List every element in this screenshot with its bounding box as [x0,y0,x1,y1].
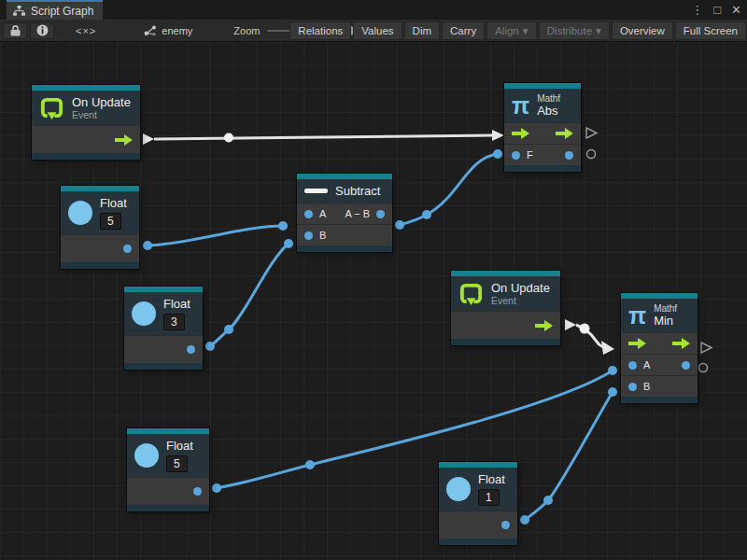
flow-output-port[interactable] [535,320,553,331]
distribute-button[interactable]: Distribute ▾ [539,21,610,40]
chevron-down-icon: ▾ [523,24,529,37]
inspect-button[interactable] [30,22,54,39]
node-float-5a[interactable]: Float 5 [61,186,139,269]
value-output-port[interactable] [682,361,690,370]
node-category: Mathf [537,93,560,104]
values-button[interactable]: Values [353,21,402,40]
node-mathf-abs[interactable]: π Mathf Abs F [504,83,581,172]
value-output-port[interactable] [501,521,510,529]
node-float-1[interactable]: Float 1 [439,462,517,545]
port-label: A − B [345,208,370,219]
node-footer [504,165,581,172]
value-input-port-a[interactable] [304,210,313,218]
node-footer [451,339,560,345]
flow-output-port[interactable] [672,338,690,349]
node-footer [621,397,698,403]
value-input-port-b[interactable] [304,231,313,240]
flow-input-port[interactable] [628,338,646,349]
float-circle-icon [132,301,156,326]
pi-icon: π [628,304,646,328]
window-titlebar: Script Graph ⋮ □ ✕ [0,0,747,20]
node-footer [124,363,203,370]
node-header: π Mathf Abs [504,89,581,122]
flow-edge-onupdate1-abs [143,130,504,145]
value-output-port[interactable] [193,487,202,496]
float-circle-icon [446,477,471,501]
info-icon [36,24,49,36]
carry-button[interactable]: Carry [442,21,485,40]
node-subtitle: Event [491,295,550,306]
node-subtitle: Event [72,109,131,120]
lock-icon [10,25,21,36]
node-footer [32,153,140,160]
lock-button[interactable] [3,22,27,39]
node-subtract[interactable]: Subtract A A − B B [297,174,392,252]
maximize-icon[interactable]: □ [713,3,721,17]
node-header: On Update Event [451,276,560,311]
port-label: A [319,208,326,219]
close-icon[interactable]: ✕ [731,3,741,17]
node-title: On Update [491,281,550,295]
node-title: Subtract [335,184,380,198]
node-on-update-1[interactable]: On Update Event [32,85,140,160]
node-float-3[interactable]: Float 3 [124,287,203,370]
port-label: B [643,381,650,392]
value-output-port[interactable] [565,151,573,160]
float-value-field[interactable]: 5 [166,455,188,472]
value-output-port[interactable] [187,345,195,354]
code-view-button[interactable]: <×> [67,24,105,37]
flow-output-port[interactable] [556,128,573,139]
flow-output-port[interactable] [115,134,133,146]
chevron-down-icon: ▾ [596,24,601,37]
port-label: F [527,149,533,161]
node-mathf-min[interactable]: π Mathf Min A B [621,293,698,403]
event-loop-icon [458,281,484,306]
flow-input-port[interactable] [512,128,529,139]
graph-canvas[interactable]: On Update Event π Mathf Abs [0,42,747,560]
graph-asset-icon [144,25,157,36]
event-loop-icon [39,95,64,120]
relations-button[interactable]: Relations [289,21,351,40]
value-output-port[interactable] [376,210,385,218]
node-footer [439,539,517,545]
node-title: Float [166,439,193,453]
toolbar-buttons: Relations Values Dim Carry Align ▾ Distr… [288,21,746,40]
node-header: Float 5 [127,434,209,477]
port-label: B [319,230,326,241]
node-header: π Mathf Min [621,299,698,332]
node-on-update-2[interactable]: On Update Event [451,271,560,345]
node-float-5b[interactable]: Float 5 [127,428,209,511]
tab-script-graph[interactable]: Script Graph [7,0,103,20]
node-footer [297,245,392,252]
subtract-minus-icon [304,189,328,193]
float-circle-icon [68,201,92,225]
graph-reference[interactable]: enemy [144,25,192,36]
node-title: Float [100,196,127,210]
panel-menu-icon[interactable]: ⋮ [691,3,703,17]
float-value-field[interactable]: 1 [478,489,500,506]
node-title: Min [654,314,677,328]
float-value-field[interactable]: 3 [163,314,185,330]
node-header: Float 5 [61,191,139,234]
graph-name-label: enemy [162,25,192,36]
float-circle-icon [134,443,159,468]
tab-title: Script Graph [31,5,93,18]
node-header: Float 1 [439,468,517,511]
align-button[interactable]: Align ▾ [486,21,536,40]
dim-button[interactable]: Dim [404,21,440,40]
value-input-port-a[interactable] [628,361,637,370]
fullscreen-button[interactable]: Full Screen [675,21,746,40]
value-input-port-b[interactable] [628,383,637,391]
value-output-port[interactable] [123,245,132,253]
node-category: Mathf [654,303,677,314]
graph-hierarchy-icon [13,6,25,16]
port-label: A [643,359,650,371]
graph-toolbar: <×> enemy Zoom 1x Relations Values Dim C… [0,20,747,42]
node-title: Abs [537,104,560,118]
float-value-field[interactable]: 5 [100,213,121,230]
node-header: On Update Event [32,91,140,125]
node-header: Float 3 [124,292,203,335]
value-input-port[interactable] [512,151,520,160]
overview-button[interactable]: Overview [612,21,673,40]
pi-icon: π [512,94,529,118]
